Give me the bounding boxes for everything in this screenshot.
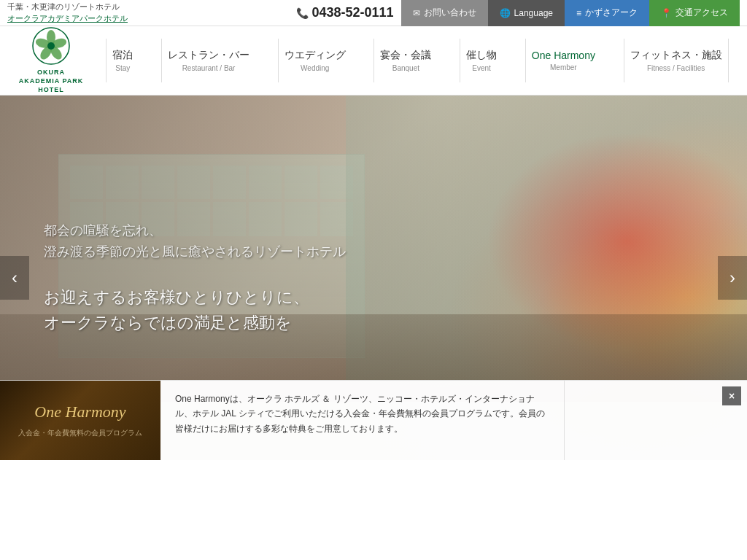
nav-event-ja: 催し物 — [466, 49, 497, 62]
nav-fitness-en: Fitness / Facilities — [647, 64, 705, 72]
nav-item-fitness[interactable]: フィットネス・施設 Fitness / Facilities — [624, 39, 729, 82]
inquiry-button[interactable]: ✉ お問い合わせ — [401, 0, 488, 26]
access-button[interactable]: 📍 交通アクセス — [649, 0, 740, 26]
popup-logo-subtitle: 入会金・年会費無料の会員プログラム — [18, 428, 142, 438]
nav-harmony-en: Member — [550, 63, 577, 71]
nav-restaurant-en: Restaurant / Bar — [182, 64, 236, 72]
popup-close-button[interactable]: × — [722, 386, 741, 405]
popup-right-area — [565, 381, 747, 460]
kazusa-label: かずさアーク — [585, 7, 638, 19]
hero-tagline1: 都会の喧騒を忘れ、澄み渡る季節の光と風に癒やされるリゾートホテル — [44, 220, 703, 262]
nav-item-harmony[interactable]: One Harmony Member — [525, 39, 601, 82]
popup-description: One Harmonyは、オークラ ホテルズ ＆ リゾーツ、ニッコー・ホテルズ・… — [175, 394, 545, 434]
kazusa-icon: ≡ — [576, 8, 581, 18]
breadcrumb-text: 千葉・木更津のリゾートホテル — [7, 2, 120, 11]
nav-harmony-ja: One Harmony — [532, 50, 595, 61]
nav-wedding-ja: ウエディング — [285, 49, 346, 62]
hero-prev-button[interactable]: ‹ — [0, 256, 29, 300]
logo-text: OKURA AKADEMIA PARK HOTEL — [11, 69, 91, 94]
svg-point-6 — [47, 42, 55, 50]
kazusa-button[interactable]: ≡ かずさアーク — [565, 0, 649, 26]
phone-number: 0438-52-0111 — [296, 5, 393, 20]
hero-main-text: お迎えするお客様ひとりひとりに、オークラならではの満足と感動を — [44, 288, 309, 332]
close-icon: × — [729, 390, 735, 402]
nav-stay-en: Stay — [115, 64, 130, 72]
nav-banquet-en: Banquet — [392, 64, 419, 72]
logo-svg — [31, 26, 71, 66]
nav-fitness-ja: フィットネス・施設 — [630, 49, 722, 62]
nav-bar: OKURA AKADEMIA PARK HOTEL 宿泊 Stay レストラン・… — [0, 26, 747, 96]
hero-tagline2: お迎えするお客様ひとりひとりに、オークラならではの満足と感動を — [44, 284, 703, 335]
nav-event-en: Event — [472, 64, 491, 72]
nav-banquet-ja: 宴会・会議 — [380, 49, 431, 62]
nav-wedding-en: Wedding — [301, 64, 329, 72]
language-icon: 🌐 — [500, 8, 511, 18]
popup-bar: One Harmony 入会金・年会費無料の会員プログラム One Harmon… — [0, 380, 747, 460]
nav-item-restaurant[interactable]: レストラン・バー Restaurant / Bar — [161, 39, 255, 82]
language-button[interactable]: 🌐 Language — [488, 0, 565, 26]
one-harmony-logo-text: One Harmony — [34, 402, 125, 421]
breadcrumb: 千葉・木更津のリゾートホテル オークラアカデミアパークホテル — [7, 1, 128, 24]
access-label: 交通アクセス — [676, 7, 728, 19]
breadcrumb-link[interactable]: オークラアカデミアパークホテル — [7, 14, 128, 23]
top-bar: 千葉・木更津のリゾートホテル オークラアカデミアパークホテル 0438-52-0… — [0, 0, 747, 26]
nav-items: 宿泊 Stay レストラン・バー Restaurant / Bar ウエディング… — [95, 39, 740, 82]
logo[interactable]: OKURA AKADEMIA PARK HOTEL — [7, 23, 95, 98]
popup-logo-area: One Harmony 入会金・年会費無料の会員プログラム — [0, 381, 160, 460]
nav-item-event[interactable]: 催し物 Event — [460, 39, 503, 82]
nav-item-banquet[interactable]: 宴会・会議 Banquet — [374, 39, 437, 82]
next-arrow-icon: › — [729, 268, 735, 288]
inquiry-icon: ✉ — [413, 8, 420, 18]
nav-stay-ja: 宿泊 — [112, 49, 133, 62]
language-label: Language — [514, 8, 553, 18]
hero-next-button[interactable]: › — [718, 256, 747, 300]
logo-line1: OKURA — [37, 69, 65, 76]
top-action-buttons: ✉ お問い合わせ 🌐 Language ≡ かずさアーク 📍 交通アクセス — [401, 0, 740, 26]
location-icon: 📍 — [661, 8, 672, 18]
nav-item-stay[interactable]: 宿泊 Stay — [106, 39, 139, 82]
phone-text: 0438-52-0111 — [311, 5, 393, 20]
inquiry-label: お問い合わせ — [424, 7, 476, 19]
nav-item-wedding[interactable]: ウエディング Wedding — [278, 39, 352, 82]
hero-section: 都会の喧騒を忘れ、澄み渡る季節の光と風に癒やされるリゾートホテル お迎えするお客… — [0, 96, 747, 460]
popup-content-text: One Harmonyは、オークラ ホテルズ ＆ リゾーツ、ニッコー・ホテルズ・… — [160, 381, 565, 460]
popup-logo-title: One Harmony — [34, 402, 125, 421]
nav-restaurant-ja: レストラン・バー — [168, 49, 249, 62]
logo-line2: AKADEMIA PARK HOTEL — [19, 77, 84, 93]
prev-arrow-icon: ‹ — [12, 268, 18, 288]
